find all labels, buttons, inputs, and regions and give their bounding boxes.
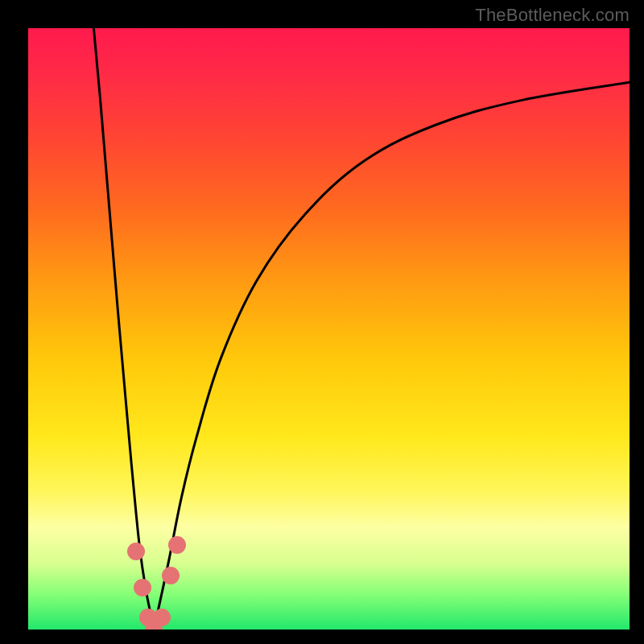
bottleneck-curve: [28, 28, 630, 630]
curve-left-branch: [93, 28, 154, 630]
chart-frame: TheBottleneck.com: [0, 0, 644, 644]
data-marker: [162, 567, 180, 584]
attribution-text: TheBottleneck.com: [475, 5, 630, 26]
data-marker: [153, 609, 171, 626]
curve-right-branch: [154, 82, 630, 630]
plot-area: [28, 28, 630, 630]
data-marker: [168, 536, 186, 554]
data-marker: [134, 579, 151, 597]
data-marker: [127, 543, 145, 560]
